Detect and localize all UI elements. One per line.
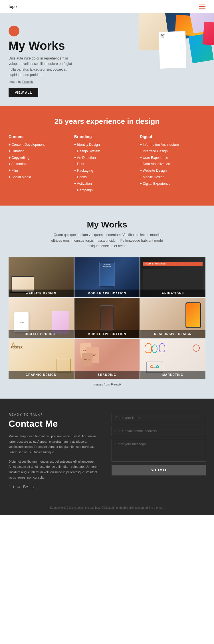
footer-note: Sample text. Click to select the text bo… [0, 503, 214, 515]
exp-item: Content Development [9, 142, 74, 147]
hero-credit: Image by Freepik [9, 80, 117, 83]
exp-item-interface-design: Interface Design [140, 149, 205, 154]
contact-message-input[interactable] [112, 439, 206, 462]
hero-decoration-circle [9, 26, 19, 36]
contact-desc-1: Massa tempor nec feugiat nisl pretium fu… [9, 434, 103, 455]
portfolio-item-mobile-app-2[interactable]: MOBILE APPLICATION [74, 298, 140, 338]
hamburger-line2 [199, 6, 205, 7]
portfolio-label: MOBILE APPLICATION [74, 330, 140, 338]
exp-item: Identity Design [74, 142, 140, 147]
portfolio-item-marketing[interactable]: MARKETING [140, 339, 205, 379]
experience-headline: 25 years experience in design [9, 117, 205, 126]
contact-form: SUBMIT [112, 413, 206, 489]
experience-columns: Content Content Development Curation Cop… [9, 134, 205, 194]
exp-item: Packaging [74, 168, 140, 173]
portfolio-label: ANIMATIONS [140, 290, 205, 297]
social-icons-row: f t □ Be p [9, 485, 103, 489]
behance-icon[interactable]: Be [23, 485, 28, 489]
twitter-icon[interactable]: t [13, 485, 14, 489]
experience-col-content: Content Content Development Curation Cop… [9, 134, 74, 194]
works-title: My Works [9, 220, 205, 229]
portfolio-label: DIGITAL PRODUCT [9, 330, 74, 338]
experience-col-digital: Digital Information Architecture Interfa… [140, 134, 205, 194]
portfolio-item-website-design[interactable]: WEBSITE DESIGN [9, 257, 74, 297]
portfolio-item-digital-product[interactable]: TODAY DIGITAL PRODUCT [9, 298, 74, 338]
col-title-digital: Digital [140, 134, 205, 139]
portfolio-item-mobile-app-1[interactable]: MountainPackages MOBILE APPLICATION [74, 257, 140, 297]
portfolio-item-graphic-design[interactable]: A POSTER GRAPHIC DESIGN [9, 339, 74, 379]
hero-credit-prefix: Image by [9, 80, 22, 83]
facebook-icon[interactable]: f [9, 485, 10, 489]
collage-card-5: SUR ISM [158, 31, 187, 69]
contact-ready-label: READY TO TALK? [9, 413, 103, 416]
contact-email-input[interactable] [112, 426, 206, 436]
contact-section: READY TO TALK? Contact Me Massa tempor n… [0, 399, 214, 504]
portfolio-label: MARKETING [140, 371, 205, 379]
contact-title: Contact Me [9, 419, 103, 429]
col-title-content: Content [9, 134, 74, 139]
exp-item: Website Design [140, 168, 205, 173]
view-all-button[interactable]: VIEW ALL [9, 88, 38, 97]
exp-item: Data Visualization [140, 162, 205, 167]
exp-item: Social Media [9, 175, 74, 180]
works-section: My Works Quam quisque id diam vel quam e… [0, 206, 214, 399]
experience-section: 25 years experience in design Content Co… [0, 106, 214, 206]
portfolio-item-responsive-design[interactable]: RESPONSIVE DESIGN [140, 298, 205, 338]
footer-note-text: Sample text. Click to select the text bo… [50, 506, 164, 509]
portfolio-item-branding[interactable]: SOLO° SOLO° SOLO° BRANDING [74, 339, 140, 379]
exp-item: Books [74, 175, 140, 180]
portfolio-label: RESPONSIVE DESIGN [140, 330, 205, 338]
exp-item: Curation [9, 149, 74, 154]
exp-item: Copywriting [9, 155, 74, 160]
hero-title: My Works [9, 39, 117, 52]
works-description: Quam quisque id diam vel quam elementum.… [50, 232, 164, 249]
hamburger-menu[interactable] [199, 5, 205, 9]
collage-card-7 [202, 22, 214, 46]
contact-left: READY TO TALK? Contact Me Massa tempor n… [9, 413, 103, 489]
exp-item: Campaign [74, 188, 140, 193]
nav-logo: logo [9, 4, 17, 9]
exp-item-information-architecture: Information Architecture [140, 142, 205, 147]
exp-item: Digital Experience [140, 181, 205, 186]
hero-content: My Works Duis aute irure dolor in repreh… [9, 20, 117, 97]
portfolio-grid: WEBSITE DESIGN MountainPackages MOBILE A… [9, 257, 205, 379]
submit-button[interactable]: SUBMIT [112, 465, 206, 475]
exp-item: Activation [74, 181, 140, 186]
hamburger-line1 [199, 5, 205, 5]
contact-desc-2: Dictumst vestibulum rhoncus est pellente… [9, 459, 103, 480]
portfolio-label: MOBILE APPLICATION [74, 290, 140, 297]
freepik-link[interactable]: Freepik [111, 383, 122, 386]
freepik-credit: Images from Freepik [9, 379, 205, 390]
experience-col-branding: Branding Identity Design Design System A… [74, 134, 140, 194]
credit-prefix: Images from [93, 383, 111, 386]
pinterest-icon[interactable]: p [31, 485, 34, 489]
hero-section: My Works Duis aute irure dolor in repreh… [0, 0, 214, 106]
exp-item: Mobile Design [140, 175, 205, 180]
exp-item: Animation [9, 162, 74, 167]
portfolio-label: WEBSITE DESIGN [9, 290, 74, 297]
instagram-icon[interactable]: □ [18, 485, 20, 489]
exp-item: Art Direction [74, 155, 140, 160]
portfolio-label: GRAPHIC DESIGN [9, 371, 74, 379]
col-title-branding: Branding [74, 134, 140, 139]
hamburger-line3 [199, 8, 205, 9]
hero-description: Duis aute irure dolor in reprehenderit i… [9, 56, 77, 78]
portfolio-label: BRANDING [74, 371, 140, 379]
navbar: logo [0, 0, 214, 13]
exp-item: Film [9, 168, 74, 173]
contact-name-input[interactable] [112, 413, 206, 423]
portfolio-item-animations[interactable]: Health & Fitness Club ANIMATIONS [140, 257, 205, 297]
exp-item: Design System [74, 149, 140, 154]
hero-credit-link[interactable]: Freepik [22, 80, 33, 83]
exp-item: Print [74, 162, 140, 167]
exp-item: User Experience [140, 155, 205, 160]
